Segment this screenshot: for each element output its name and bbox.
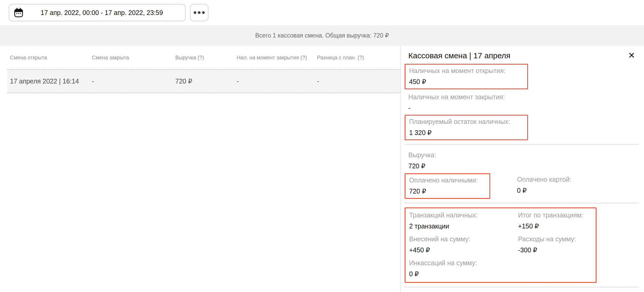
payments-row: Оплачено наличными: 720 ₽ Оплачено карто… [405,173,639,199]
shift-detail-panel: Кассовая смена | 17 апреля ✕ Наличных на… [400,46,644,292]
cell-cash-at-close: - [237,77,317,85]
deposits-field: Внесений на сумму: +450 ₽ [405,233,514,257]
table-row[interactable]: 17 апреля 2022 | 16:14 - 720 ₽ - - [7,69,400,93]
transactions-total-label: Итог по транзакциям: [518,211,592,219]
revenue-field: Выручка: 720 ₽ [405,149,639,173]
column-header-plan-diff: Разница с план. (?) [317,55,400,61]
cash-transactions-field: Транзакций наличных: 2 транзакции [405,209,514,233]
date-range-value: 17 апр. 2022, 00:00 - 17 апр. 2022, 23:5… [23,9,180,17]
summary-banner: Всего 1 кассовая смена. Общая выручка: 7… [0,25,644,46]
paid-cash-label: Оплачено наличными: [409,176,486,184]
column-header-shift-opened: Смена открыта [7,55,92,61]
column-header-revenue: Выручка (?) [175,55,237,61]
opening-cash-label: Наличных на момент открытия: [409,67,524,75]
paid-cash-value: 720 ₽ [409,187,486,195]
section-divider [405,287,639,288]
expenses-field: Расходы на сумму: -300 ₽ [514,233,596,257]
expenses-value: -300 ₽ [518,246,592,254]
planned-cash-value: 1 320 ₽ [409,129,524,137]
more-options-button[interactable] [190,4,208,21]
collections-label: Инкассаций на сумму: [409,259,511,267]
closing-cash-field: Наличных на момент закрытия: - [405,91,639,115]
calendar-icon [14,8,23,18]
panel-header: Кассовая смена | 17 апреля ✕ [405,51,635,60]
cash-transactions-value: 2 транзакции [409,222,511,230]
planned-cash-field: Планируемый остаток наличных: 1 320 ₽ [405,115,528,140]
paid-card-field: Оплачено картой: 0 ₽ [513,173,575,197]
revenue-label: Выручка: [408,151,635,159]
transactions-summary-box: Транзакций наличных: 2 транзакции Итог п… [405,207,597,283]
transactions-total-field: Итог по транзакциям: +150 ₽ [514,209,596,233]
revenue-value: 720 ₽ [408,162,635,170]
panel-title: Кассовая смена | 17 апреля [408,51,510,60]
close-icon[interactable]: ✕ [628,51,635,60]
section-divider [405,203,639,204]
cell-revenue: 720 ₽ [175,77,237,85]
shifts-table: Смена открыта Смена закрыта Выручка (?) … [0,46,400,292]
table-header-row: Смена открыта Смена закрыта Выручка (?) … [7,46,400,69]
deposits-label: Внесений на сумму: [409,235,511,243]
closing-cash-value: - [408,104,635,112]
summary-banner-text: Всего 1 кассовая смена. Общая выручка: 7… [255,32,389,39]
opening-cash-field: Наличных на момент открытия: 450 ₽ [405,64,528,89]
transactions-total-value: +150 ₽ [518,222,592,230]
column-header-cash-at-close: Нал. на момент закрытия (?) [237,55,317,61]
deposits-value: +450 ₽ [409,246,511,254]
collections-field: Инкассаций на сумму: 0 ₽ [405,257,514,281]
date-range-picker[interactable]: 17 апр. 2022, 00:00 - 17 апр. 2022, 23:5… [9,4,186,21]
paid-cash-field: Оплачено наличными: 720 ₽ [405,173,490,199]
content: Смена открыта Смена закрыта Выручка (?) … [0,46,644,292]
expenses-label: Расходы на сумму: [518,235,592,243]
cell-shift-opened: 17 апреля 2022 | 16:14 [7,77,92,85]
cell-shift-closed: - [92,77,175,85]
toolbar: 17 апр. 2022, 00:00 - 17 апр. 2022, 23:5… [0,0,644,21]
ellipsis-icon [194,11,196,14]
paid-card-value: 0 ₽ [517,187,571,195]
collections-value: 0 ₽ [409,270,511,278]
column-header-shift-closed: Смена закрыта [92,55,175,61]
cell-plan-diff: - [317,77,400,85]
cash-transactions-label: Транзакций наличных: [409,211,511,219]
closing-cash-label: Наличных на момент закрытия: [408,93,635,101]
opening-cash-value: 450 ₽ [409,78,524,86]
section-divider [405,144,639,145]
paid-card-label: Оплачено картой: [517,176,571,184]
planned-cash-label: Планируемый остаток наличных: [409,118,524,126]
